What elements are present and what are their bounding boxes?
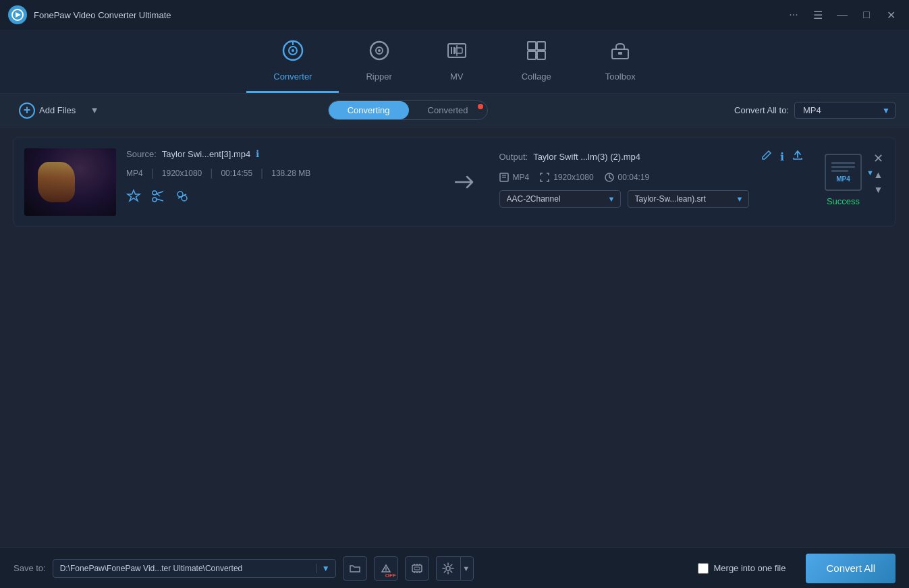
app-title: FonePaw Video Converter Ultimate (34, 10, 171, 20)
output-label: Output: (499, 152, 528, 162)
svg-rect-11 (528, 51, 536, 59)
save-path-dropdown-button[interactable]: ▼ (316, 564, 335, 573)
title-bar: FonePaw Video Converter Ultimate ··· ☰ —… (0, 0, 909, 30)
info-output-button[interactable]: ℹ (779, 148, 786, 165)
app-logo (8, 5, 27, 24)
nav-converter[interactable]: Converter (246, 30, 339, 93)
output-format-tag: MP4 (513, 173, 530, 182)
nav-ripper[interactable]: Ripper (339, 30, 418, 93)
convert-all-button[interactable]: Convert All (806, 554, 896, 583)
tab-group: Converting Converted (328, 100, 488, 120)
svg-rect-12 (537, 51, 545, 59)
video-thumbnail (24, 148, 116, 216)
converter-icon (282, 40, 304, 66)
menu-button[interactable]: ☰ (808, 7, 828, 23)
add-files-button[interactable]: + Add Files (13, 100, 81, 121)
output-format-item: MP4 (499, 173, 530, 182)
file-row: Source: Taylor Swi...ent[3].mp4 ℹ MP4 | … (13, 138, 896, 227)
nav-bar: Converter Ripper MV (0, 30, 909, 94)
ripper-label: Ripper (366, 71, 391, 82)
more-button[interactable]: ··· (783, 7, 804, 23)
add-plus-icon: + (19, 102, 35, 119)
collage-icon (526, 40, 547, 66)
nav-mv[interactable]: MV (419, 30, 495, 93)
tool-icons-row (126, 189, 432, 207)
svg-point-15 (153, 191, 157, 195)
svg-rect-14 (618, 52, 622, 55)
converting-tab[interactable]: Converting (329, 101, 409, 119)
subtitle-select[interactable]: Taylor-Sw...lean).srt None (628, 190, 749, 208)
open-folder-bottom-button[interactable] (343, 556, 367, 581)
svg-rect-10 (537, 42, 545, 50)
minimize-button[interactable]: — (832, 7, 852, 23)
svg-line-19 (157, 194, 160, 196)
source-duration-tag: 00:14:55 (221, 169, 252, 178)
open-folder-button[interactable] (791, 148, 804, 165)
move-down-button[interactable]: ▼ (872, 183, 885, 196)
output-resolution-item: 1920x1080 (540, 173, 593, 182)
close-button[interactable]: ✕ (881, 7, 901, 23)
audio-select-wrapper: AAC-2Channel AAC-1Channel MP3 ▼ (499, 190, 621, 208)
source-size-tag: 138.28 MB (271, 169, 310, 178)
format-select-wrapper: MP4 MOV AVI MKV ▼ (794, 102, 896, 119)
convert-all-to-section: Convert All to: MP4 MOV AVI MKV ▼ (734, 102, 896, 119)
svg-point-3 (292, 49, 294, 52)
effects-icon[interactable] (175, 189, 190, 207)
speed-off-indicator: OFF (385, 572, 396, 579)
dropdowns-row: AAC-2Channel AAC-1Channel MP3 ▼ Taylor-S… (499, 190, 805, 208)
title-bar-controls: ··· ☰ — □ ✕ (783, 7, 901, 23)
svg-point-34 (446, 566, 450, 570)
format-badge-dropdown-icon[interactable]: ▼ (866, 169, 874, 177)
output-section: Output: Taylor Swift ...lm(3) (2).mp4 ℹ (499, 148, 805, 208)
settings-dropdown-button[interactable]: ▼ (460, 556, 474, 581)
output-meta: MP4 1920x1080 00:04:19 (499, 173, 805, 182)
save-path-input[interactable] (53, 560, 316, 577)
output-line: Output: Taylor Swift ...lm(3) (2).mp4 ℹ (499, 148, 805, 165)
svg-rect-26 (412, 565, 422, 572)
add-files-dropdown-button[interactable]: ▼ (88, 104, 101, 117)
merge-checkbox[interactable] (698, 563, 709, 574)
svg-point-16 (153, 198, 157, 202)
output-duration-item: 00:04:19 (605, 173, 650, 182)
settings-wrapper: ▼ (436, 556, 474, 581)
source-meta-line: MP4 | 1920x1080 | 00:14:55 | 138.28 MB (126, 167, 432, 179)
converted-tab[interactable]: Converted (409, 101, 487, 119)
source-line: Source: Taylor Swi...ent[3].mp4 ℹ (126, 148, 432, 159)
audio-channel-select[interactable]: AAC-2Channel AAC-1Channel MP3 (499, 190, 621, 208)
maximize-button[interactable]: □ (856, 7, 877, 23)
settings-button[interactable] (436, 556, 460, 581)
converted-dot-indicator (478, 104, 483, 109)
svg-point-6 (378, 49, 381, 52)
enhance-icon[interactable] (126, 189, 141, 207)
toolbar: + Add Files ▼ Converting Converted Conve… (0, 94, 909, 127)
mv-label: MV (450, 71, 464, 82)
format-badge-wrapper: MP4 ▼ (825, 154, 862, 191)
save-to-label: Save to: (13, 563, 46, 573)
source-info-icon[interactable]: ℹ (256, 148, 259, 159)
nav-collage[interactable]: Collage (495, 30, 578, 93)
nav-toolbox[interactable]: Toolbox (578, 30, 663, 93)
format-select[interactable]: MP4 MOV AVI MKV (794, 102, 896, 119)
mv-icon (446, 40, 468, 66)
merge-label: Merge into one file (714, 563, 786, 573)
format-badge-label: MP4 (836, 175, 850, 183)
source-label: Source: (126, 149, 157, 159)
main-content: Source: Taylor Swi...ent[3].mp4 ℹ MP4 | … (0, 127, 909, 548)
toolbox-label: Toolbox (605, 71, 636, 82)
cut-icon[interactable] (150, 189, 165, 207)
add-files-label: Add Files (39, 105, 76, 115)
svg-line-17 (157, 192, 163, 194)
settings-dropdown-arrow-icon: ▼ (462, 564, 470, 572)
convert-all-to-label: Convert All to: (734, 105, 789, 115)
svg-rect-27 (414, 567, 420, 570)
hardware-accel-button[interactable] (405, 556, 429, 581)
edit-output-button[interactable] (760, 148, 773, 165)
format-badge[interactable]: MP4 (825, 154, 862, 191)
source-filename: Taylor Swi...ent[3].mp4 (162, 149, 251, 159)
output-resolution-tag: 1920x1080 (553, 173, 593, 182)
remove-row-button[interactable]: ✕ (872, 151, 885, 166)
speed-button[interactable]: OFF (374, 556, 398, 581)
output-actions: ℹ (760, 148, 804, 165)
output-filename: Taylor Swift ...lm(3) (2).mp4 (533, 152, 640, 162)
bottom-bar: Save to: ▼ OFF (0, 548, 909, 588)
